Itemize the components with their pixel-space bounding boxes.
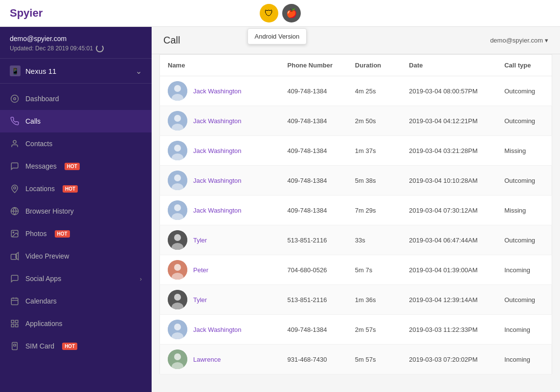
table-container: Name Phone Number Duration Date Call typ… [152, 54, 560, 392]
cell-name: Jack Washington [160, 166, 280, 196]
sidebar-item-label: Calendars [25, 297, 57, 305]
device-type-icons: 🛡 🍎 Android Version [260, 4, 301, 22]
contact-name: Jack Washington [193, 87, 242, 95]
calls-icon [10, 116, 20, 126]
cell-date: 2019-03-03 11:22:33PM [401, 315, 496, 345]
avatar [168, 81, 187, 101]
page-title: Call [163, 35, 180, 46]
cell-calltype: Outcoming [496, 285, 552, 315]
cell-calltype: Incoming [496, 345, 552, 374]
col-date: Date [401, 55, 496, 76]
cell-phone: 409-748-1384 [280, 106, 347, 136]
table-row: Jack Washington 409-748-1384 2m 57s 2019… [160, 315, 552, 345]
cell-date: 2019-03-04 04:12:21PM [401, 106, 496, 136]
cell-duration: 5m 57s [347, 345, 402, 374]
device-small-icon: 📱 [10, 65, 21, 76]
sidebar-user-info: demo@spyier.com Updated: Dec 28 2019 09:… [0, 27, 152, 59]
sidebar-item-locations[interactable]: Locations HOT [0, 177, 152, 200]
cell-phone: 409-748-1384 [280, 166, 347, 196]
contact-name: Tyler [193, 237, 207, 244]
svg-point-42 [174, 294, 181, 301]
svg-point-1 [14, 98, 16, 100]
sidebar-item-label: Locations [25, 185, 55, 193]
contact-name: Jack Washington [193, 177, 242, 184]
cell-name: Jack Washington [160, 76, 280, 106]
cell-duration: 2m 50s [347, 106, 402, 136]
sidebar-device[interactable]: 📱 Nexus 11 ⌄ [0, 59, 152, 84]
svg-rect-19 [14, 344, 16, 346]
sidebar-item-photos[interactable]: Photos HOT [0, 222, 152, 245]
table-row: Jack Washington 409-748-1384 1m 37s 2019… [160, 136, 552, 166]
avatar [168, 290, 187, 309]
cell-phone: 513-851-2116 [280, 225, 347, 255]
contact-name: Jack Washington [193, 117, 242, 125]
social-apps-icon [10, 274, 20, 283]
hot-badge: HOT [62, 343, 77, 350]
avatar [168, 171, 187, 190]
sidebar-item-calendars[interactable]: Calendars [0, 290, 152, 312]
svg-point-24 [174, 115, 181, 122]
nav-arrow-icon: › [140, 275, 142, 283]
sidebar-item-social-apps[interactable]: Social Apps › [0, 267, 152, 290]
android-icon[interactable]: 🛡 [260, 4, 278, 22]
cell-phone: 409-748-1384 [280, 196, 347, 225]
hot-badge: HOT [63, 185, 78, 193]
cell-date: 2019-03-04 01:39:00AM [401, 255, 496, 285]
cell-calltype: Missing [496, 136, 552, 166]
sidebar-item-calls[interactable]: Calls [0, 110, 152, 132]
sidebar: demo@spyier.com Updated: Dec 28 2019 09:… [0, 27, 152, 392]
contact-name: Peter [193, 266, 208, 274]
sidebar-item-sim-card[interactable]: SIM Card HOT [0, 335, 152, 357]
sidebar-item-contacts[interactable]: Contacts [0, 132, 152, 155]
calendars-icon [10, 296, 20, 306]
cell-name: Jack Washington [160, 196, 280, 225]
refresh-icon[interactable] [96, 44, 104, 52]
sidebar-item-browser-history[interactable]: Browser History [0, 200, 152, 222]
sidebar-email: demo@spyier.com [10, 35, 142, 43]
android-version-tooltip: Android Version [247, 28, 307, 44]
cell-phone: 704-680-0526 [280, 255, 347, 285]
dashboard-icon [10, 94, 20, 104]
hot-badge: HOT [55, 230, 70, 238]
contact-name: Tyler [193, 296, 207, 304]
sidebar-item-messages[interactable]: Messages HOT [0, 155, 152, 177]
svg-rect-16 [16, 325, 18, 327]
table-row: Jack Washington 409-748-1384 2m 50s 2019… [160, 106, 552, 136]
sidebar-item-dashboard[interactable]: Dashboard [0, 87, 152, 110]
calls-table: Name Phone Number Duration Date Call typ… [159, 54, 552, 374]
cell-phone: 409-748-1384 [280, 136, 347, 166]
sidebar-item-label: Video Preview [25, 252, 69, 260]
cell-duration: 1m 36s [347, 285, 402, 315]
browser-history-icon [10, 206, 20, 216]
avatar [168, 349, 187, 369]
sidebar-item-applications[interactable]: Applications [0, 312, 152, 335]
cell-phone: 513-851-2116 [280, 285, 347, 315]
svg-point-21 [174, 85, 181, 92]
sidebar-item-label: Social Apps [25, 275, 61, 283]
sidebar-item-video-preview[interactable]: Video Preview [0, 245, 152, 267]
avatar [168, 230, 187, 250]
cell-duration: 1m 37s [347, 136, 402, 166]
cell-name: Jack Washington [160, 106, 280, 136]
cell-name: Jack Washington [160, 136, 280, 166]
apple-icon[interactable]: 🍎 [282, 4, 301, 22]
svg-rect-15 [16, 320, 18, 323]
device-name-label: Nexus 11 [25, 67, 56, 75]
col-calltype: Call type [496, 55, 552, 76]
avatar [168, 141, 187, 160]
table-row: Lawrence 931-468-7430 5m 57s 2019-03-03 … [160, 345, 552, 374]
sidebar-item-label: Browser History [25, 207, 74, 215]
cell-date: 2019-03-04 08:00:57PM [401, 76, 496, 106]
video-preview-icon [10, 251, 20, 261]
col-phone: Phone Number [280, 55, 347, 76]
cell-duration: 5m 7s [347, 255, 402, 285]
cell-calltype: Missing [496, 196, 552, 225]
applications-icon [10, 319, 20, 328]
contact-name: Jack Washington [193, 147, 242, 154]
cell-duration: 4m 25s [347, 76, 402, 106]
col-duration: Duration [347, 55, 402, 76]
photos-icon [10, 229, 20, 239]
sidebar-item-label: Calls [25, 117, 41, 125]
table-header-row: Name Phone Number Duration Date Call typ… [160, 55, 552, 76]
table-row: Jack Washington 409-748-1384 5m 38s 2019… [160, 166, 552, 196]
